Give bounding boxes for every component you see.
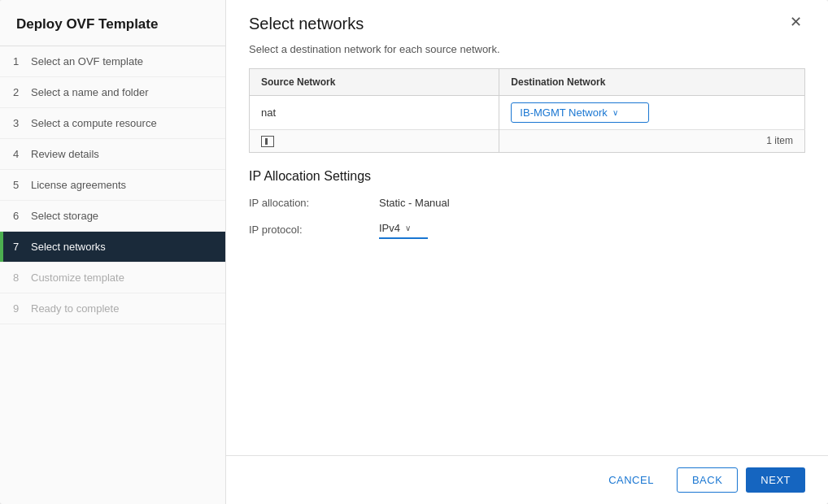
step-label-2: Select a name and folder [31,86,149,98]
sidebar-item-compute[interactable]: 3 Select a compute resource [0,108,225,139]
sidebar-item-review[interactable]: 4 Review details [0,139,225,170]
main-footer: CANCEL BACK NEXT [226,455,828,504]
ip-allocation-title: IP Allocation Settings [249,169,805,184]
next-button[interactable]: NEXT [746,467,805,493]
chevron-down-icon: ∨ [612,108,618,117]
collapse-icon [261,136,274,147]
active-indicator [0,232,3,262]
sidebar-steps: 1 Select an OVF template 2 Select a name… [0,46,225,504]
sidebar: Deploy OVF Template 1 Select an OVF temp… [0,0,226,504]
destination-network-cell: IB-MGMT Network ∨ [499,96,805,130]
network-table: Source Network Destination Network nat I… [249,68,805,153]
table-footer-row: 1 item [250,130,805,153]
sidebar-item-name-folder[interactable]: 2 Select a name and folder [0,77,225,108]
ip-protocol-value: IPv4 [379,222,400,234]
ip-protocol-row: IP protocol: IPv4 ∨ [249,220,805,239]
step-label-9: Ready to complete [31,302,119,315]
step-num-4: 4 [13,148,24,160]
step-num-1: 1 [13,55,24,67]
step-label-5: License agreements [31,179,126,191]
step-num-5: 5 [13,179,24,191]
table-item-count: 1 item [499,130,805,153]
ip-protocol-dropdown[interactable]: IPv4 ∨ [379,220,428,239]
source-network-cell: nat [250,96,499,130]
col-header-source: Source Network [250,69,499,96]
table-row: nat IB-MGMT Network ∨ [250,96,805,130]
step-label-6: Select storage [31,210,98,222]
ip-allocation-row: IP allocation: Static - Manual [249,197,805,209]
step-num-6: 6 [13,210,24,222]
step-label-8: Customize template [31,272,124,284]
sidebar-item-storage[interactable]: 6 Select storage [0,201,225,232]
chevron-down-icon-protocol: ∨ [405,224,411,232]
step-label-7: Select networks [31,241,106,253]
step-label-1: Select an OVF template [31,55,143,67]
ip-allocation-section: IP Allocation Settings IP allocation: St… [249,169,805,239]
main-content: Select networks ✕ Select a destination n… [226,0,828,504]
sidebar-item-ovf-template[interactable]: 1 Select an OVF template [0,46,225,77]
main-header: Select networks ✕ [226,0,828,38]
ip-allocation-value: Static - Manual [379,197,450,209]
sidebar-title: Deploy OVF Template [0,0,225,46]
modal-wrapper: Deploy OVF Template 1 Select an OVF temp… [0,0,828,504]
table-header-row: Source Network Destination Network [250,69,805,96]
step-label-4: Review details [31,148,99,160]
cancel-button[interactable]: CANCEL [594,467,669,493]
destination-dropdown[interactable]: IB-MGMT Network ∨ [511,102,649,123]
step-label-3: Select a compute resource [31,117,157,129]
back-button[interactable]: BACK [677,467,738,493]
ip-protocol-label: IP protocol: [249,224,379,236]
sidebar-item-ready: 9 Ready to complete [0,293,225,324]
step-num-8: 8 [13,272,24,284]
step-num-3: 3 [13,117,24,129]
step-num-2: 2 [13,86,24,98]
page-title: Select networks [249,15,364,33]
col-header-destination: Destination Network [499,69,805,96]
step-num-7: 7 [13,241,24,253]
table-collapse-cell [250,130,499,153]
ip-allocation-label: IP allocation: [249,197,379,209]
sidebar-item-customize: 8 Customize template [0,263,225,293]
destination-value: IB-MGMT Network [520,106,607,119]
main-body: Source Network Destination Network nat I… [226,68,828,455]
sidebar-item-networks[interactable]: 7 Select networks [0,232,225,263]
sidebar-item-license[interactable]: 5 License agreements [0,170,225,201]
subtitle: Select a destination network for each so… [226,38,828,68]
step-num-9: 9 [13,302,24,315]
close-button[interactable]: ✕ [787,15,805,29]
